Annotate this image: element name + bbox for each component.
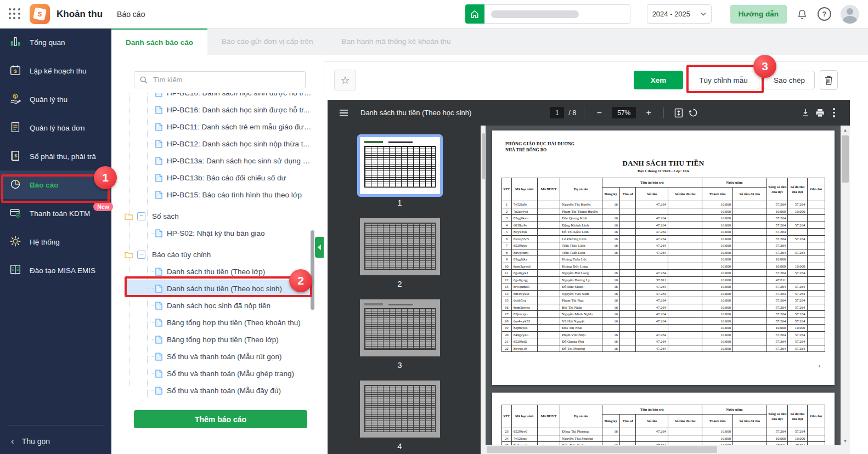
page-thumbnail-4[interactable]: 4 <box>360 381 440 451</box>
sidebar-item-bao-cao[interactable]: Báo cáo <box>0 171 111 199</box>
delete-button[interactable] <box>820 70 838 90</box>
tab-reports-to-superior[interactable]: Báo cáo gửi đơn vị cấp trên <box>207 28 327 55</box>
collapse-toggle-icon[interactable]: − <box>137 251 145 259</box>
table-header-cell: Ghi chú <box>807 178 825 201</box>
table-header-cell: Họ và tên <box>560 178 602 201</box>
tree-folder-label: Sổ sách <box>152 212 179 220</box>
topbar: S Khoản thu Báo cáo 2024 - 2025 Hướng dẫ… <box>0 0 868 29</box>
sidebar-collapse-button[interactable]: ‹ Thu gọn <box>0 429 122 454</box>
sidebar-item-lap-ke-hoach-thu[interactable]: $Lập kế hoạch thu <box>0 56 111 85</box>
pdf-menu-button[interactable] <box>336 106 351 120</box>
pdf-zoom-level[interactable]: 57% <box>612 107 636 118</box>
view-button[interactable]: Xem <box>634 71 683 89</box>
file-icon <box>155 191 162 199</box>
table-header-cell: Đăng ký <box>602 188 619 201</box>
app-logo-icon[interactable]: S <box>30 4 50 24</box>
tree-item[interactable]: HP-BC11: Danh sách trẻ em mẫu giáo được … <box>125 118 312 135</box>
favorite-button[interactable]: ☆ <box>334 70 356 90</box>
scroll-up-arrow[interactable]: ▲ <box>841 126 850 134</box>
search-box[interactable] <box>134 71 306 88</box>
tree-item[interactable]: Danh sách thu tiền (Theo học sinh) <box>125 280 312 297</box>
tree-item-label: Sổ thu và thanh toán (Mẫu ghép trang) <box>167 370 294 378</box>
download-button[interactable] <box>798 106 813 120</box>
app-grid-icon[interactable] <box>9 8 21 20</box>
fit-page-button[interactable] <box>672 106 686 120</box>
file-icon <box>155 370 162 378</box>
school-search-input[interactable] <box>484 4 630 24</box>
tree-item[interactable]: HP-BC16: Danh sách học sinh được hỗ tr..… <box>125 101 312 118</box>
user-avatar[interactable] <box>841 5 859 24</box>
school-year-select[interactable]: 2024 - 2025 <box>647 4 712 24</box>
tree-item[interactable]: Danh sách học sinh đã nộp tiền <box>125 297 312 314</box>
page-thumbnail-2[interactable]: 2 <box>360 218 440 288</box>
sidebar-item-thanh-toan-kdtm[interactable]: Thanh toán KDTMNew <box>0 199 111 228</box>
tree-item[interactable]: Sổ thu và thanh toán (Mẫu đầy đủ) <box>125 382 312 399</box>
tree-item[interactable]: HP-BC13a: Danh sách học sinh sử dụng s..… <box>125 152 312 169</box>
file-icon <box>155 353 162 361</box>
table-header-cell: Số đã thu của đợt <box>788 405 807 428</box>
home-button[interactable] <box>465 4 484 24</box>
pdf-page-input[interactable]: 1 <box>550 107 564 118</box>
collapse-toggle-icon[interactable]: − <box>137 212 145 220</box>
table-header-cell: Số tiền đã thu <box>733 415 767 428</box>
tree-folder[interactable]: −Báo cáo tùy chỉnh <box>125 246 312 263</box>
report-preview-panel: ☆ Xem Tùy chỉnh mẫu Sao chép Danh sách t… <box>324 55 868 454</box>
report-table-row: 383qg9kvnĐào Quang Khải1647.26410.00057.… <box>502 215 825 222</box>
tree-item[interactable]: Sổ thu và thanh toán (Mẫu rút gọn) <box>125 348 312 365</box>
tree-item-label: HP-BC15: Báo cáo tình hình thu theo lớp <box>167 191 302 199</box>
tree-item[interactable]: HP-S02: Nhật ký thu bàn giao <box>125 225 312 242</box>
sidebar-item-dao-tao-misa-emis[interactable]: Đào tạo MISA EMIS <box>0 256 111 285</box>
sidebar-item-tong-quan[interactable]: Tổng quan <box>0 28 111 56</box>
thumbnail-scrollbar[interactable] <box>481 126 486 454</box>
sidebar-item-quan-ly-hoa-don[interactable]: Quản lý hóa đơn <box>0 114 111 142</box>
topbar-menu-report[interactable]: Báo cáo <box>117 10 145 19</box>
customize-template-button[interactable]: Tùy chỉnh mẫu <box>687 71 759 89</box>
report-table-row: 126go0grqgNguyễn Hương Ly1637.81110.0004… <box>502 276 825 283</box>
sidebar-item-quan-ly-thu[interactable]: $Quản lý thu <box>0 85 111 114</box>
table-header-cell: Thành tiền <box>702 415 733 428</box>
notification-button[interactable] <box>796 8 808 20</box>
page-thumbnail-3[interactable]: 3 <box>360 299 440 370</box>
more-options-button[interactable] <box>827 106 841 120</box>
pdf-thumbnail-pane: 1234 <box>328 126 486 454</box>
search-input[interactable] <box>152 75 305 84</box>
tree-scrollbar[interactable] <box>311 230 314 310</box>
tree-item[interactable]: HP-BC15: Báo cáo tình hình thu theo lớp <box>125 186 312 203</box>
tree-folder[interactable]: −Sổ sách <box>125 208 312 225</box>
report-table-row: 186m4wyk53Vũ Hải Nguyệt1647.26410.00057.… <box>502 317 825 325</box>
tree-item[interactable]: HP-BC10: Danh sách học sinh được hỗ trợ … <box>125 93 312 101</box>
sidebar-item-so-phai-thu-phai-tra[interactable]: $Sổ phải thu, phải trả <box>0 142 111 171</box>
table-header-cell: Tổng số tiền của đợt <box>766 178 787 201</box>
pdf-vertical-scrollbar[interactable]: ▲ ▼ <box>841 126 850 445</box>
panel-collapse-handle[interactable] <box>315 237 324 258</box>
zoom-out-button[interactable]: − <box>592 106 606 120</box>
scroll-down-arrow[interactable]: ▼ <box>841 436 850 445</box>
tree-item[interactable]: HP-BC13b: Báo cáo đối chiếu số dư <box>125 169 312 186</box>
file-icon <box>155 302 162 310</box>
add-report-button[interactable]: Thêm báo cáo <box>134 410 307 428</box>
tree-item[interactable]: Danh sách thu tiền (Theo lớp) <box>125 263 312 280</box>
tree-item[interactable]: Sổ thu và thanh toán (Mẫu ghép trang) <box>125 365 312 382</box>
help-button[interactable]: ? <box>818 7 831 21</box>
tree-item[interactable]: Bảng tổng hợp thu tiền (Theo lớp) <box>125 331 312 348</box>
report-table-row: 1782jmcxjoNguyễn Minh Nghĩa1647.26410.00… <box>502 311 825 318</box>
tab-statistic-codes[interactable]: Ban hành mã thống kê khoản thu <box>328 28 465 55</box>
quan-ly-thu-icon: $ <box>9 93 22 106</box>
tab-report-list[interactable]: Danh sách báo cáo <box>111 28 207 55</box>
copy-button[interactable]: Sao chép <box>764 71 815 89</box>
pdf-horizontal-scrollbar[interactable] <box>486 445 841 454</box>
tree-item[interactable]: Bảng tổng hợp thu tiền (Theo khoản thu) <box>125 314 312 331</box>
app-title: Khoản thu <box>57 9 103 20</box>
table-header-cell: Thành tiền <box>702 188 733 201</box>
zoom-in-button[interactable]: + <box>641 106 656 120</box>
bao-cao-icon <box>9 178 22 191</box>
tree-item[interactable]: HP-BC12: Danh sách học sinh nộp thừa t..… <box>125 135 312 152</box>
sidebar-item-he-thong[interactable]: Hệ thống <box>0 228 111 256</box>
report-table-row: 156sjdr5rqPhạm Thị Nga1647.26410.00057.2… <box>502 297 825 304</box>
page-thumbnail-1[interactable]: 1 <box>360 137 440 207</box>
guide-button[interactable]: Hướng dẫn <box>730 5 787 24</box>
he-thong-icon <box>9 235 22 248</box>
document-page-1: PHÒNG GIÁO DỤC HẢI DƯƠNG NHÀ TRẺ BỐNG BO… <box>492 130 835 385</box>
rotate-button[interactable] <box>686 106 700 120</box>
print-button[interactable] <box>813 106 827 120</box>
